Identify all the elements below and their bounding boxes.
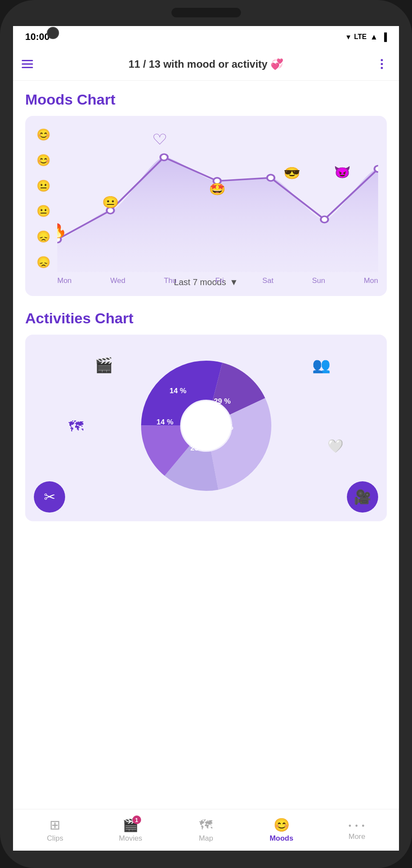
moods-line-chart: ♡ 😎 😈 😐 😊 🤩 🔥 Mon [57,125,378,272]
friends-activity-icon: 👥 [312,356,330,374]
x-label-mon1: Mon [57,276,72,285]
pie-label-29-bottom: 29 % [191,444,208,453]
more-options-button[interactable] [373,56,390,73]
nav-item-movies[interactable]: 1 🎬 Movies [93,817,168,843]
pie-label-14-topleft: 14 % [170,387,187,395]
mood-y-icon-1: 😊 [34,129,53,140]
scissors-icon: ✂ [44,489,56,505]
nav-item-more[interactable]: • • • More [319,819,395,841]
wifi-icon: ▾ [346,32,350,42]
map-activity-icon: 🗺 [69,418,83,435]
activities-chart-card: 🎬 👥 🗺 🤍 🏃 [25,335,387,521]
signal-icon: ▲ [370,33,378,42]
clips-label: Clips [47,834,63,843]
status-icons: ▾ LTE ▲ ▐ [346,32,387,42]
scissors-fab-button[interactable]: ✂ [34,481,65,513]
battery-icon: ▐ [381,33,387,42]
phone-frame: 10:00 ▾ LTE ▲ ▐ 11 / 13 with mood or act… [0,0,412,868]
map-label: Map [199,834,213,843]
video-fab-button[interactable]: 🎥 [347,481,378,513]
svg-point-5 [321,216,328,223]
nav-item-clips[interactable]: ⊞ Clips [17,817,93,843]
movie-activity-icon: 🎬 [95,356,113,374]
x-label-wed: Wed [110,276,125,285]
movies-badge: 1 [132,815,141,824]
svg-text:🔥: 🔥 [57,223,67,239]
status-bar: 10:00 ▾ LTE ▲ ▐ [13,26,399,48]
toolbar: 11 / 13 with mood or activity 💞 [13,48,399,81]
mood-y-icon-6: 😞 [34,256,53,268]
lte-icon: LTE [354,33,366,41]
more-icon: • • • [349,819,366,831]
screen: 11 / 13 with mood or activity 💞 Moods Ch… [13,48,399,851]
clips-icon: ⊞ [49,817,60,832]
activities-chart-title: Activities Chart [25,310,387,327]
chart-x-labels: Mon Wed Thu Fri Sat Sun Mon [57,274,378,285]
svg-text:🤩: 🤩 [209,182,226,196]
pie-label-14-left: 14 % [157,418,174,427]
mood-y-icon-2: 😊 [34,155,53,166]
mood-y-icon-4: 😐 [34,205,53,217]
svg-text:😎: 😎 [283,167,301,181]
mood-y-icon-3: 😐 [34,180,53,191]
moods-icon: 😊 [274,817,290,832]
map-icon: 🗺 [199,818,212,832]
activities-chart-area: 🎬 👥 🗺 🤍 🏃 [34,343,378,513]
moods-label: Moods [270,834,293,843]
moods-chart-title: Moods Chart [25,91,387,108]
svg-text:😈: 😈 [334,165,351,179]
toolbar-title: 11 / 13 with mood or activity 💞 [46,58,366,70]
x-label-fri: Fri [215,276,224,285]
pie-label-29-top: 29 % [214,397,231,406]
nav-item-map[interactable]: 🗺 Map [168,818,244,843]
svg-point-2 [160,154,168,161]
x-label-mon2: Mon [364,276,378,285]
status-time: 10:00 [25,31,49,43]
moods-chart-area: 😊 😊 😐 😐 😞 😞 [34,125,378,272]
activities-pie-chart: 29 % 14 % 29 % 14 % 14 % [141,361,271,491]
x-label-thu: Thu [164,276,176,285]
mood-y-icon-5: 😞 [34,231,53,242]
main-content: Moods Chart 😊 😊 😐 😐 😞 😞 [13,81,399,809]
svg-text:😐: 😐 [102,195,119,209]
heart-activity-icon: 🤍 [327,438,343,454]
svg-point-4 [267,174,274,181]
movies-label: Movies [119,834,142,843]
phone-notch [171,8,241,17]
moods-chart-card: 😊 😊 😐 😐 😞 😞 [25,116,387,296]
video-camera-icon: 🎥 [354,489,371,505]
bottom-nav: ⊞ Clips 1 🎬 Movies 🗺 Map 😊 Moods • • • M… [13,809,399,851]
hamburger-menu-button[interactable] [22,56,39,73]
more-label: More [349,832,366,841]
pie-label-14-right: 14 % [217,423,234,432]
phone-camera [47,27,59,39]
x-label-sun: Sun [312,276,325,285]
svg-point-6 [374,166,378,172]
mood-y-axis: 😊 😊 😐 😐 😞 😞 [34,125,53,272]
nav-item-moods[interactable]: 😊 Moods [244,817,319,843]
svg-text:♡: ♡ [152,132,167,148]
x-label-sat: Sat [262,276,274,285]
